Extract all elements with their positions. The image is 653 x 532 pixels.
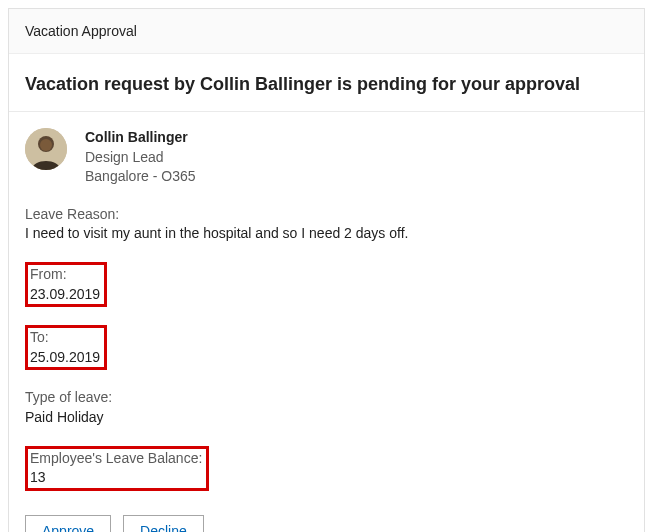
leave-type-field: Type of leave: Paid Holiday bbox=[25, 388, 628, 427]
leave-type-label: Type of leave: bbox=[25, 388, 628, 408]
leave-reason-label: Leave Reason: bbox=[25, 205, 628, 225]
svg-point-2 bbox=[40, 139, 52, 151]
card-body: Vacation request by Collin Ballinger is … bbox=[9, 54, 644, 532]
leave-reason-value: I need to visit my aunt in the hospital … bbox=[25, 224, 628, 244]
requester-name: Collin Ballinger bbox=[85, 128, 196, 148]
balance-label: Employee's Leave Balance: bbox=[30, 449, 202, 469]
vacation-approval-card: Vacation Approval Vacation request by Co… bbox=[8, 8, 645, 532]
action-row: Approve Decline bbox=[25, 515, 628, 532]
page-title: Vacation request by Collin Ballinger is … bbox=[25, 74, 628, 95]
to-label: To: bbox=[30, 328, 100, 348]
requester-location: Bangalore - O365 bbox=[85, 167, 196, 187]
card-header-title: Vacation Approval bbox=[25, 23, 137, 39]
to-field: To: 25.09.2019 bbox=[25, 325, 107, 370]
balance-value: 13 bbox=[30, 468, 202, 488]
from-field: From: 23.09.2019 bbox=[25, 262, 107, 307]
to-value: 25.09.2019 bbox=[30, 348, 100, 368]
requester-info: Collin Ballinger Design Lead Bangalore -… bbox=[85, 128, 196, 187]
decline-button[interactable]: Decline bbox=[123, 515, 204, 532]
leave-type-value: Paid Holiday bbox=[25, 408, 628, 428]
balance-field: Employee's Leave Balance: 13 bbox=[25, 446, 209, 491]
avatar-icon bbox=[25, 128, 67, 170]
card-header: Vacation Approval bbox=[9, 9, 644, 54]
leave-reason-field: Leave Reason: I need to visit my aunt in… bbox=[25, 205, 628, 244]
approve-button[interactable]: Approve bbox=[25, 515, 111, 532]
avatar bbox=[25, 128, 67, 170]
requester-role: Design Lead bbox=[85, 148, 196, 168]
requester-block: Collin Ballinger Design Lead Bangalore -… bbox=[25, 128, 628, 187]
from-value: 23.09.2019 bbox=[30, 285, 100, 305]
divider bbox=[9, 111, 644, 112]
from-label: From: bbox=[30, 265, 100, 285]
